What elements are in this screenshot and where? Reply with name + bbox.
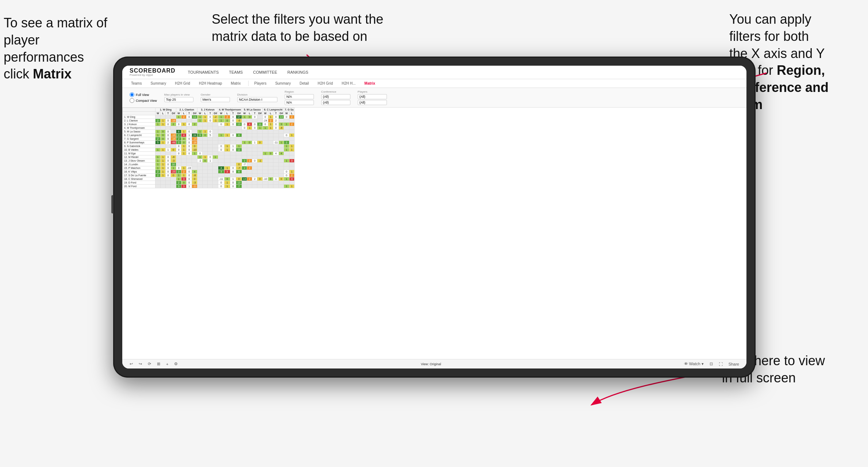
matrix-cell [262,148,268,152]
matrix-cell [289,155,294,159]
matrix-cell [284,163,289,166]
matrix-cell: 3 [176,185,181,188]
matrix-cell: 3 [197,134,203,137]
redo-button[interactable]: ↪ [137,361,143,367]
matrix-cell: 0 [218,148,224,152]
matrix-cell [273,166,279,170]
region-select1[interactable]: N/A [285,94,314,99]
matrix-cell [213,159,218,163]
watch-button[interactable]: 👁 Watch ▾ [683,361,705,367]
matrix-cell [171,181,176,185]
subnav-matrix-active[interactable]: Matrix [363,81,376,86]
matrix-cell [176,126,181,130]
matrix-cell [273,170,279,174]
gender-select[interactable]: Men's [201,97,230,102]
share-button[interactable]: Share [727,361,741,367]
row-player-name: 16. K Vilips [123,170,155,174]
subnav-h2h-grid2[interactable]: H2H Grid [316,81,334,86]
matrix-cell [203,177,208,181]
compact-view-radio[interactable] [130,98,134,103]
subnav-summary2[interactable]: Summary [274,81,292,86]
c5-l: L [247,112,252,115]
refresh-button[interactable]: ⟳ [146,361,153,367]
matrix-cell [284,119,289,123]
matrix-cell: 2 [224,115,230,119]
matrix-cell: 1 [252,141,257,144]
matrix-cell [279,134,284,137]
region-select2[interactable]: N/A [285,100,314,105]
matrix-cell [289,126,294,130]
fullscreen-button[interactable]: ⛶ [717,361,724,367]
row-player-name: 6. C Lamprecht [123,134,155,137]
nav-rankings[interactable]: RANKINGS [286,69,310,75]
subnav-summary[interactable]: Summary [149,81,168,86]
matrix-cell: 0 [187,130,192,134]
subnav-detail[interactable]: Detail [298,81,311,86]
zoom-in-button[interactable]: + [165,361,170,367]
matrix-cell [213,130,218,134]
matrix-cell: 2 [155,174,161,177]
matrix-cell [289,119,294,123]
c4-t: T [230,112,236,115]
nav-committee[interactable]: COMMITTEE [251,69,279,75]
subnav-matrix-left[interactable]: Matrix [229,81,242,86]
settings-button[interactable]: ⚙ [173,361,179,367]
division-select[interactable]: NCAA Division I [237,97,277,102]
matrix-table-container[interactable]: 1. W Ding 2. L Clanton 3. J Koivun 4. M … [122,108,746,359]
compact-view-option[interactable]: Compact View [130,98,157,103]
matrix-cell [257,130,262,134]
matrix-cell [208,148,213,152]
matrix-cell [155,115,161,119]
matrix-cell [218,174,224,177]
players-select1[interactable]: (All) [358,94,387,99]
conference-select1[interactable]: (All) [321,94,350,99]
full-view-option[interactable]: Full View [130,92,157,97]
matrix-cell [247,134,252,137]
players-select2[interactable]: (All) [358,100,387,105]
table-row: 3. J Koivun110201020101304011010312 [123,123,295,126]
zoom-fit-button[interactable]: ⊞ [155,361,162,367]
matrix-cell [247,152,252,155]
matrix-cell [187,155,192,159]
matrix-cell [268,141,273,144]
matrix-cell: 0 [176,148,181,152]
nav-tournaments[interactable]: TOURNAMENTS [187,69,220,75]
c1-t: T [166,112,171,115]
table-row: 14. J Lundin110100-7 [123,163,295,166]
matrix-cell [247,170,252,174]
matrix-cell: 0 [166,130,171,134]
matrix-cell [224,159,230,163]
matrix-cell [257,119,262,123]
matrix-cell: 6 [176,130,181,134]
subnav-players[interactable]: Players [248,81,268,86]
matrix-cell: 0 [218,185,224,188]
matrix-cell [252,134,257,137]
matrix-cell [257,185,262,188]
layout-button[interactable]: ⊡ [708,361,714,367]
matrix-cell: 2 [166,141,171,144]
row-name-header [123,112,155,115]
max-players-select[interactable]: Top 25 [164,97,193,102]
c3-d: Dif [213,112,218,115]
matrix-cell [218,163,224,166]
subnav-h2h-grid[interactable]: H2H Grid [173,81,192,86]
matrix-cell [273,174,279,177]
conference-select2[interactable]: (All) [321,100,350,105]
undo-button[interactable]: ↩ [128,361,134,367]
matrix-cell [224,155,230,159]
full-view-radio[interactable] [130,92,134,97]
matrix-cell [155,181,161,185]
table-row: 12. M Riedel110-61101 [123,155,295,159]
matrix-cell: 0 [284,174,289,177]
row-player-name: 19. D Ford [123,181,155,185]
matrix-cell: 2 [155,119,161,123]
matrix-cell: 2 [155,137,161,141]
col-2-header: 2. L Clanton [176,108,197,112]
nav-teams[interactable]: TEAMS [227,69,244,75]
matrix-cell: 1 [155,166,161,170]
subnav-h2h-heatmap[interactable]: H2H Heatmap [197,81,223,86]
matrix-cell: 7 [236,185,242,188]
subnav-h2h-h[interactable]: H2H H... [340,81,357,86]
subnav-teams[interactable]: Teams [130,81,143,86]
matrix-cell: 1 [176,177,181,181]
